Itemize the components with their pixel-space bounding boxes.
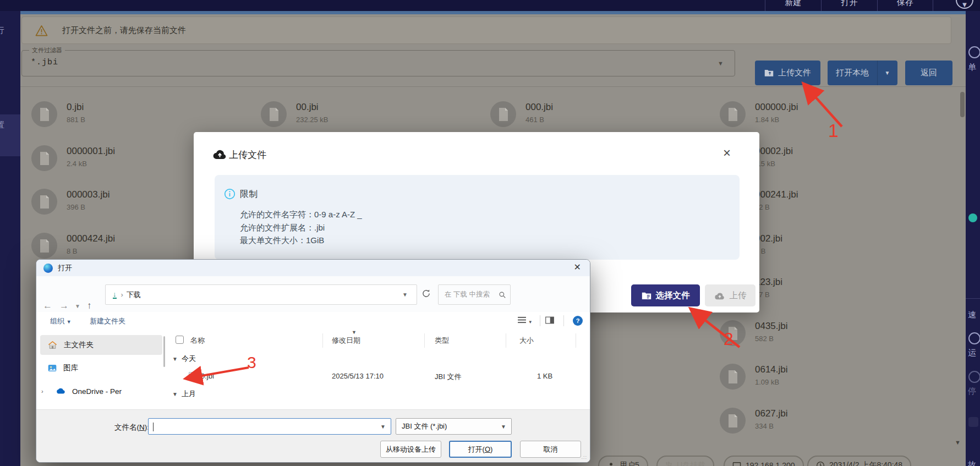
filename-input[interactable]: ▼ xyxy=(148,418,391,435)
right-rail-icon[interactable] xyxy=(968,417,978,427)
upload-file-button[interactable]: 上传文件 xyxy=(755,61,820,85)
choose-file-label: 选择文件 xyxy=(656,290,690,301)
right-rail-item[interactable]: 速 xyxy=(968,310,976,320)
scrollbar-thumb[interactable] xyxy=(960,92,965,117)
view-list-icon[interactable]: ▼ xyxy=(518,316,533,325)
status-pill[interactable]: 用户5 xyxy=(598,456,648,466)
file-list: ▼ 名称修改日期类型大小 ▼今天0.jbi2025/5/13 17:10JBI … xyxy=(167,331,590,410)
resize-grip[interactable]: .:: xyxy=(581,454,587,460)
back-button[interactable]: 返回 xyxy=(905,61,952,85)
downloads-icon: ↓ xyxy=(113,290,117,299)
dialog-titlebar[interactable]: 打开 ✕ xyxy=(36,260,590,276)
sort-chevron-icon[interactable]: ▼ xyxy=(352,330,357,335)
status-pill[interactable]: 2031/4/2 上午8:40:48 xyxy=(807,456,911,466)
choose-file-button[interactable]: 选择文件 xyxy=(631,284,700,306)
help-icon[interactable]: ? xyxy=(573,316,583,326)
address-dropdown-icon[interactable]: ▼ xyxy=(402,292,408,298)
column-header[interactable]: 类型 xyxy=(435,336,449,346)
group-label: 今天 xyxy=(182,354,196,363)
expander-chevron-icon[interactable]: › xyxy=(41,388,48,394)
file-name: 000241.jbi xyxy=(755,189,798,200)
status-pill-label: 用户5 xyxy=(620,460,639,466)
top-tab[interactable]: 新建 xyxy=(765,0,821,11)
file-item[interactable]: 0627.jbi334 B xyxy=(720,408,940,442)
gallery-icon xyxy=(48,364,57,372)
file-item[interactable]: 000.jbi461 B xyxy=(490,101,710,135)
right-rail-item[interactable]: 运 xyxy=(968,348,976,358)
preview-pane-icon[interactable] xyxy=(545,316,554,326)
cancel-button[interactable]: 取消 xyxy=(520,441,581,458)
recent-locations-chevron-icon[interactable]: ▼ xyxy=(75,303,80,309)
select-all-checkbox[interactable] xyxy=(176,336,184,344)
upload-button-disabled[interactable]: 上传 xyxy=(705,284,755,306)
user-icon xyxy=(607,462,615,466)
open-button[interactable]: 打开(O) xyxy=(449,441,512,458)
organize-menu[interactable]: 组织 ▼ xyxy=(50,316,72,326)
status-pill-label: U盘挂载 xyxy=(677,460,705,466)
top-navbar: 新建打开保存 ▼ xyxy=(0,0,980,11)
dialog-footer: 文件名(N): ▼ JBI 文件 (*.jbi) ▼ 从移动设备上传 打开(O)… xyxy=(36,409,590,462)
upload-label: 上传 xyxy=(730,290,747,301)
sidebar-item-gallery[interactable]: 图库 xyxy=(40,358,162,378)
close-icon[interactable]: ✕ xyxy=(574,262,581,272)
restriction-rule: 最大单文件大小：1GiB xyxy=(240,234,362,247)
right-rail-circle-icon[interactable] xyxy=(968,371,980,383)
group-chevron-icon[interactable]: ▼ xyxy=(172,391,178,397)
file-item[interactable]: 0.jbi881 B xyxy=(31,101,251,135)
file-item[interactable]: 000000.jbi1.84 kB xyxy=(720,101,940,135)
file-item[interactable]: 0435.jbi582 B xyxy=(720,320,940,354)
column-header[interactable]: 名称 xyxy=(190,336,205,346)
network-icon xyxy=(732,462,741,466)
group-header[interactable]: ▼上月 xyxy=(172,389,196,399)
file-icon xyxy=(720,364,746,390)
collapse-chevron-icon[interactable]: ▼ xyxy=(956,0,973,9)
group-header[interactable]: ▼今天 xyxy=(172,354,196,364)
column-header[interactable]: 大小 xyxy=(519,336,534,346)
scrollbar-down-icon[interactable]: ▼ xyxy=(955,439,961,446)
right-rail-item[interactable]: 停 xyxy=(968,386,976,397)
sidebar-item-onedrive[interactable]: ›OneDrive - Per xyxy=(40,381,162,401)
file-item[interactable]: 0614.jbi1.09 kB xyxy=(720,364,940,398)
accent-bar xyxy=(20,11,966,14)
refresh-icon[interactable] xyxy=(421,289,431,300)
sidebar-item-home[interactable]: 主文件夹 xyxy=(40,335,162,355)
filetype-dropdown-icon[interactable]: ▼ xyxy=(501,419,506,435)
right-rail: 单速运停故 xyxy=(966,11,980,466)
file-name: 000003.jbi xyxy=(67,189,110,200)
close-icon[interactable]: × xyxy=(723,145,731,161)
group-chevron-icon[interactable]: ▼ xyxy=(172,356,178,362)
right-rail-item[interactable]: 故 xyxy=(968,460,976,466)
breadcrumb[interactable]: 下载 xyxy=(127,290,141,300)
file-icon xyxy=(720,101,746,127)
filetype-select[interactable]: JBI 文件 (*.jbi) ▼ xyxy=(396,418,512,435)
top-tab[interactable]: 保存 xyxy=(877,0,933,11)
right-rail-item[interactable]: 单 xyxy=(968,62,976,73)
open-local-split-button[interactable]: 打开本地 ▼ xyxy=(828,61,897,85)
right-rail-circle-icon[interactable] xyxy=(968,46,980,58)
search-icon[interactable] xyxy=(499,291,506,299)
address-bar[interactable]: ↓ › 下载 ▼ xyxy=(105,284,417,305)
back-arrow-icon[interactable]: ← xyxy=(43,300,52,311)
open-local-label[interactable]: 打开本地 xyxy=(828,61,877,85)
status-pill[interactable]: U盘挂载 xyxy=(656,456,714,466)
doc-icon xyxy=(188,372,195,382)
file-size: 334 B xyxy=(755,422,774,430)
table-row[interactable]: 0.jbi2025/5/13 17:10JBI 文件1 KB xyxy=(167,368,590,385)
open-local-dropdown[interactable]: ▼ xyxy=(877,61,897,85)
filename-dropdown-icon[interactable]: ▼ xyxy=(380,424,386,430)
file-icon xyxy=(31,189,57,215)
status-pill[interactable]: 192.168.1.200 xyxy=(724,456,804,466)
top-tab[interactable]: 打开 xyxy=(821,0,877,11)
new-folder-button[interactable]: 新建文件夹 xyxy=(90,316,125,326)
chevron-down-icon[interactable]: ▼ xyxy=(718,60,724,67)
file-filter-field[interactable]: 文件过滤器 *.jbi ▼ xyxy=(21,50,735,76)
column-header[interactable]: 修改日期 xyxy=(332,336,360,346)
forward-arrow-icon[interactable]: → xyxy=(59,300,69,311)
up-arrow-icon[interactable]: ↑ xyxy=(87,300,92,311)
warning-icon xyxy=(35,25,48,36)
sidebar-scrollbar-thumb[interactable] xyxy=(163,336,165,367)
right-rail-circle-icon[interactable] xyxy=(968,332,980,344)
search-input[interactable]: 在 下载 中搜索 xyxy=(438,284,511,305)
file-item[interactable]: 00.jbi232.25 kB xyxy=(261,101,481,135)
mobile-upload-button[interactable]: 从移动设备上传 xyxy=(380,441,441,458)
